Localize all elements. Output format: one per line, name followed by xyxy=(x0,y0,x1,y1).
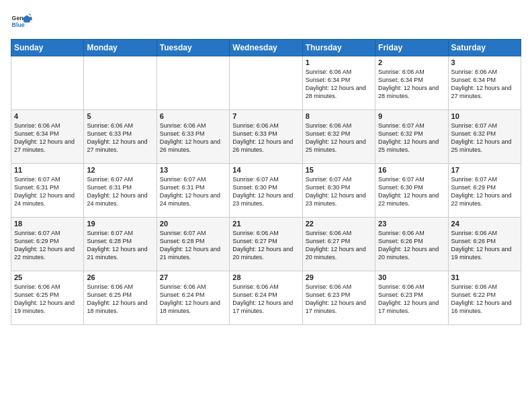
day-info: Sunrise: 6:07 AM Sunset: 6:30 PM Dayligh… xyxy=(232,175,299,208)
day-cell: 9Sunrise: 6:07 AM Sunset: 6:32 PM Daylig… xyxy=(375,110,448,164)
day-number: 3 xyxy=(451,58,518,66)
day-number: 31 xyxy=(451,273,518,281)
header-row: SundayMondayTuesdayWednesdayThursdayFrid… xyxy=(11,40,521,56)
day-info: Sunrise: 6:06 AM Sunset: 6:32 PM Dayligh… xyxy=(306,122,372,154)
day-number: 25 xyxy=(14,273,81,281)
day-number: 14 xyxy=(232,166,299,174)
day-info: Sunrise: 6:06 AM Sunset: 6:33 PM Dayligh… xyxy=(160,122,226,154)
day-number: 28 xyxy=(232,273,299,281)
day-cell: 18Sunrise: 6:07 AM Sunset: 6:29 PM Dayli… xyxy=(11,218,84,271)
day-number: 18 xyxy=(14,220,81,228)
day-number: 15 xyxy=(306,166,372,174)
day-cell: 10Sunrise: 6:07 AM Sunset: 6:32 PM Dayli… xyxy=(448,110,521,164)
day-cell: 29Sunrise: 6:06 AM Sunset: 6:23 PM Dayli… xyxy=(302,271,375,325)
day-info: Sunrise: 6:06 AM Sunset: 6:23 PM Dayligh… xyxy=(306,283,372,316)
header-cell-wednesday: Wednesday xyxy=(230,40,302,56)
day-cell: 2Sunrise: 6:06 AM Sunset: 6:34 PM Daylig… xyxy=(375,56,448,110)
day-cell: 24Sunrise: 6:06 AM Sunset: 6:26 PM Dayli… xyxy=(448,218,521,271)
day-info: Sunrise: 6:06 AM Sunset: 6:33 PM Dayligh… xyxy=(87,122,153,154)
day-number: 27 xyxy=(160,273,226,281)
day-cell: 30Sunrise: 6:06 AM Sunset: 6:23 PM Dayli… xyxy=(375,271,448,325)
day-info: Sunrise: 6:07 AM Sunset: 6:32 PM Dayligh… xyxy=(378,122,445,154)
day-info: Sunrise: 6:07 AM Sunset: 6:31 PM Dayligh… xyxy=(14,175,81,208)
day-cell: 12Sunrise: 6:07 AM Sunset: 6:31 PM Dayli… xyxy=(84,164,157,218)
week-row-1: 4Sunrise: 6:06 AM Sunset: 6:34 PM Daylig… xyxy=(11,110,521,164)
calendar-body: 1Sunrise: 6:06 AM Sunset: 6:34 PM Daylig… xyxy=(11,56,521,325)
day-number: 20 xyxy=(160,220,226,228)
day-cell xyxy=(230,56,302,110)
day-number: 12 xyxy=(87,166,153,174)
week-row-2: 11Sunrise: 6:07 AM Sunset: 6:31 PM Dayli… xyxy=(11,164,521,218)
day-info: Sunrise: 6:07 AM Sunset: 6:30 PM Dayligh… xyxy=(378,175,445,208)
day-info: Sunrise: 6:06 AM Sunset: 6:23 PM Dayligh… xyxy=(378,283,445,316)
calendar-header: SundayMondayTuesdayWednesdayThursdayFrid… xyxy=(11,40,521,56)
day-cell: 14Sunrise: 6:07 AM Sunset: 6:30 PM Dayli… xyxy=(230,164,302,218)
day-info: Sunrise: 6:07 AM Sunset: 6:28 PM Dayligh… xyxy=(87,229,153,262)
day-info: Sunrise: 6:06 AM Sunset: 6:27 PM Dayligh… xyxy=(306,229,372,262)
day-info: Sunrise: 6:06 AM Sunset: 6:27 PM Dayligh… xyxy=(232,229,299,262)
header-cell-tuesday: Tuesday xyxy=(157,40,229,56)
header-cell-friday: Friday xyxy=(375,40,448,56)
day-cell: 15Sunrise: 6:07 AM Sunset: 6:30 PM Dayli… xyxy=(302,164,375,218)
day-cell: 6Sunrise: 6:06 AM Sunset: 6:33 PM Daylig… xyxy=(157,110,229,164)
day-info: Sunrise: 6:06 AM Sunset: 6:22 PM Dayligh… xyxy=(451,283,518,316)
day-number: 5 xyxy=(87,112,153,120)
day-info: Sunrise: 6:07 AM Sunset: 6:31 PM Dayligh… xyxy=(87,175,153,208)
day-cell: 8Sunrise: 6:06 AM Sunset: 6:32 PM Daylig… xyxy=(302,110,375,164)
day-number: 21 xyxy=(232,220,299,228)
day-cell: 5Sunrise: 6:06 AM Sunset: 6:33 PM Daylig… xyxy=(84,110,157,164)
logo-icon: General Blue xyxy=(11,11,32,32)
day-number: 29 xyxy=(306,273,372,281)
day-cell: 3Sunrise: 6:06 AM Sunset: 6:34 PM Daylig… xyxy=(448,56,521,110)
day-info: Sunrise: 6:06 AM Sunset: 6:34 PM Dayligh… xyxy=(378,68,445,101)
day-number: 13 xyxy=(160,166,226,174)
day-cell: 1Sunrise: 6:06 AM Sunset: 6:34 PM Daylig… xyxy=(302,56,375,110)
day-number: 1 xyxy=(306,58,372,66)
day-cell: 27Sunrise: 6:06 AM Sunset: 6:24 PM Dayli… xyxy=(157,271,229,325)
day-cell xyxy=(84,56,157,110)
day-info: Sunrise: 6:07 AM Sunset: 6:29 PM Dayligh… xyxy=(14,229,81,262)
day-cell: 21Sunrise: 6:06 AM Sunset: 6:27 PM Dayli… xyxy=(230,218,302,271)
week-row-4: 25Sunrise: 6:06 AM Sunset: 6:25 PM Dayli… xyxy=(11,271,521,325)
header-cell-saturday: Saturday xyxy=(448,40,521,56)
day-info: Sunrise: 6:06 AM Sunset: 6:33 PM Dayligh… xyxy=(232,122,299,154)
calendar-table: SundayMondayTuesdayWednesdayThursdayFrid… xyxy=(11,39,521,325)
day-number: 23 xyxy=(378,220,445,228)
day-cell: 22Sunrise: 6:06 AM Sunset: 6:27 PM Dayli… xyxy=(302,218,375,271)
day-number: 2 xyxy=(378,58,445,66)
day-cell xyxy=(11,56,84,110)
day-cell: 4Sunrise: 6:06 AM Sunset: 6:34 PM Daylig… xyxy=(11,110,84,164)
header: General Blue xyxy=(11,11,521,32)
day-info: Sunrise: 6:06 AM Sunset: 6:24 PM Dayligh… xyxy=(232,283,299,316)
day-number: 16 xyxy=(378,166,445,174)
day-cell: 25Sunrise: 6:06 AM Sunset: 6:25 PM Dayli… xyxy=(11,271,84,325)
day-info: Sunrise: 6:06 AM Sunset: 6:26 PM Dayligh… xyxy=(451,229,518,262)
day-number: 6 xyxy=(160,112,226,120)
day-cell: 16Sunrise: 6:07 AM Sunset: 6:30 PM Dayli… xyxy=(375,164,448,218)
day-number: 24 xyxy=(451,220,518,228)
header-cell-thursday: Thursday xyxy=(302,40,375,56)
day-number: 30 xyxy=(378,273,445,281)
day-cell: 7Sunrise: 6:06 AM Sunset: 6:33 PM Daylig… xyxy=(230,110,302,164)
week-row-0: 1Sunrise: 6:06 AM Sunset: 6:34 PM Daylig… xyxy=(11,56,521,110)
day-info: Sunrise: 6:07 AM Sunset: 6:29 PM Dayligh… xyxy=(451,175,518,208)
day-cell: 28Sunrise: 6:06 AM Sunset: 6:24 PM Dayli… xyxy=(230,271,302,325)
svg-text:Blue: Blue xyxy=(12,21,25,28)
day-cell xyxy=(157,56,229,110)
day-number: 17 xyxy=(451,166,518,174)
day-info: Sunrise: 6:06 AM Sunset: 6:34 PM Dayligh… xyxy=(14,122,81,154)
day-number: 10 xyxy=(451,112,518,120)
day-info: Sunrise: 6:06 AM Sunset: 6:24 PM Dayligh… xyxy=(160,283,226,316)
logo: General Blue xyxy=(11,11,32,32)
header-cell-sunday: Sunday xyxy=(11,40,84,56)
day-number: 11 xyxy=(14,166,81,174)
day-info: Sunrise: 6:06 AM Sunset: 6:34 PM Dayligh… xyxy=(451,68,518,101)
day-info: Sunrise: 6:07 AM Sunset: 6:31 PM Dayligh… xyxy=(160,175,226,208)
day-number: 22 xyxy=(306,220,372,228)
day-info: Sunrise: 6:06 AM Sunset: 6:25 PM Dayligh… xyxy=(87,283,153,316)
day-info: Sunrise: 6:07 AM Sunset: 6:28 PM Dayligh… xyxy=(160,229,226,262)
day-cell: 19Sunrise: 6:07 AM Sunset: 6:28 PM Dayli… xyxy=(84,218,157,271)
day-number: 9 xyxy=(378,112,445,120)
day-info: Sunrise: 6:06 AM Sunset: 6:34 PM Dayligh… xyxy=(306,68,372,101)
day-cell: 31Sunrise: 6:06 AM Sunset: 6:22 PM Dayli… xyxy=(448,271,521,325)
